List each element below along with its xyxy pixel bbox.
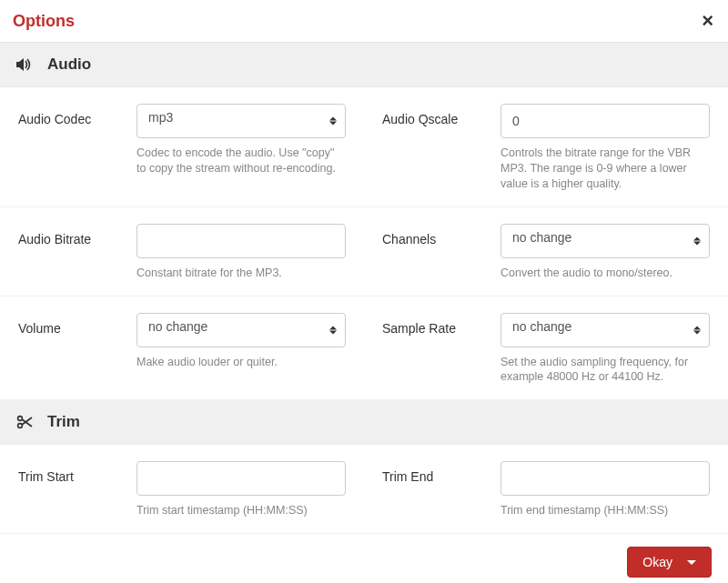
field-audio-bitrate: Audio Bitrate Constant bitrate for the M… <box>0 207 364 297</box>
section-title-trim: Trim <box>47 413 80 431</box>
audio-qscale-input[interactable] <box>500 104 710 138</box>
volume-icon <box>16 57 35 72</box>
okay-button[interactable]: Okay <box>627 547 712 578</box>
field-audio-qscale: Audio Qscale Controls the bitrate range … <box>364 87 728 207</box>
field-volume: Volume no change Make audio louder or qu… <box>0 297 364 401</box>
sample-rate-select[interactable]: no change <box>500 313 710 347</box>
field-trim-end: Trim End Trim end timestamp (HH:MM:SS) <box>364 445 728 534</box>
help-audio-qscale: Controls the bitrate range for the VBR M… <box>500 146 710 192</box>
modal-header: Options × <box>0 0 728 43</box>
audio-codec-select[interactable]: mp3 <box>136 104 346 138</box>
channels-select[interactable]: no change <box>500 224 710 258</box>
okay-button-label: Okay <box>642 555 672 569</box>
close-icon[interactable]: × <box>702 11 713 31</box>
field-sample-rate: Sample Rate no change Set the audio samp… <box>364 297 728 401</box>
section-header-audio: Audio <box>0 43 728 87</box>
label-audio-codec: Audio Codec <box>18 104 129 192</box>
help-trim-start: Trim start timestamp (HH:MM:SS) <box>136 503 346 518</box>
label-audio-bitrate: Audio Bitrate <box>18 224 129 281</box>
field-channels: Channels no change Convert the audio to … <box>364 207 728 297</box>
section-header-trim: Trim <box>0 400 728 445</box>
help-audio-codec: Codec to encode the audio. Use "copy" to… <box>136 146 346 176</box>
chevron-down-icon <box>687 560 696 565</box>
section-title-audio: Audio <box>47 55 91 74</box>
help-trim-end: Trim end timestamp (HH:MM:SS) <box>500 503 710 518</box>
label-audio-qscale: Audio Qscale <box>382 104 493 192</box>
modal-title: Options <box>13 12 75 31</box>
help-sample-rate: Set the audio sampling frequency, for ex… <box>500 355 710 386</box>
label-volume: Volume <box>18 313 129 386</box>
help-channels: Convert the audio to mono/stereo. <box>500 266 710 281</box>
audio-bitrate-input[interactable] <box>136 224 346 258</box>
field-trim-start: Trim Start Trim start timestamp (HH:MM:S… <box>0 445 364 534</box>
options-modal: Options × Audio Audio Codec mp3 Codec to… <box>0 0 728 583</box>
help-volume: Make audio louder or quiter. <box>136 355 346 370</box>
volume-select[interactable]: no change <box>136 313 346 347</box>
label-channels: Channels <box>382 224 493 281</box>
scissors-icon <box>16 415 35 429</box>
trim-end-input[interactable] <box>500 461 710 496</box>
label-trim-start: Trim Start <box>18 461 129 518</box>
trim-fields: Trim Start Trim start timestamp (HH:MM:S… <box>0 445 728 534</box>
label-trim-end: Trim End <box>382 461 493 518</box>
trim-start-input[interactable] <box>136 461 346 496</box>
field-audio-codec: Audio Codec mp3 Codec to encode the audi… <box>0 87 364 207</box>
modal-footer: Okay <box>0 534 728 583</box>
label-sample-rate: Sample Rate <box>382 313 493 386</box>
help-audio-bitrate: Constant bitrate for the MP3. <box>136 266 346 281</box>
audio-fields: Audio Codec mp3 Codec to encode the audi… <box>0 87 728 400</box>
